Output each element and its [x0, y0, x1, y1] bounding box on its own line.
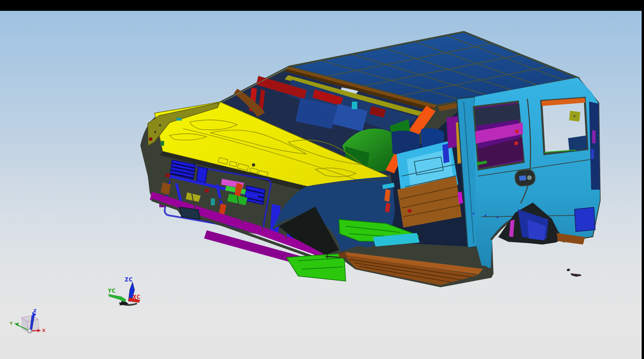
loose-parts[interactable] [566, 268, 582, 277]
datum-z-label: Z [33, 308, 36, 313]
wcs-z-label: ZC [125, 277, 133, 283]
datum-origin-ball[interactable] [28, 329, 32, 333]
door-handle-pocket[interactable] [515, 169, 536, 187]
right-black-bar [642, 0, 644, 359]
datum-x-label: X [42, 328, 45, 333]
window-corner-navy [568, 135, 587, 152]
datum-csys[interactable]: Z Y X [9, 308, 45, 333]
application-window: ZC YC XC Z Y X [0, 0, 644, 359]
cowl-cyan-bit [352, 102, 357, 109]
wcs-x-label: XC [133, 294, 141, 300]
3d-scene[interactable]: ZC YC XC Z Y X [0, 0, 644, 359]
wcs-triad[interactable]: ZC YC XC [107, 277, 141, 305]
wcs-y-label: YC [107, 288, 116, 294]
bodyside-panel[interactable] [473, 78, 600, 269]
car-model[interactable] [140, 31, 601, 287]
quarter-window [541, 98, 587, 154]
rear-mount-blue [575, 207, 595, 232]
datum-y-label: Y [9, 321, 13, 326]
wcs-y-axis[interactable] [108, 294, 126, 302]
rear-door-window [474, 102, 524, 169]
top-black-bar [0, 0, 644, 11]
